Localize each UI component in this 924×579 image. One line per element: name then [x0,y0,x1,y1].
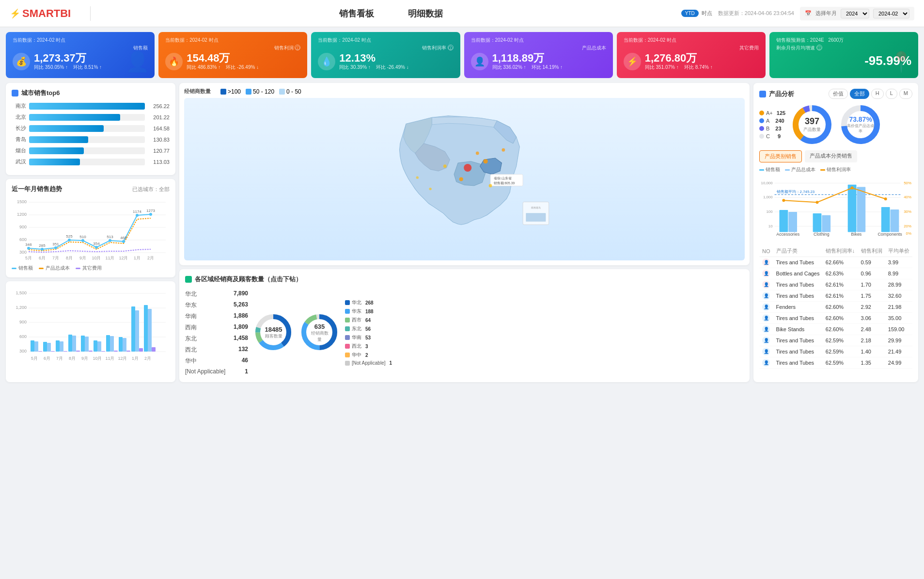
region-list-item: 华东 5,263 [185,300,248,311]
bar-value: 120.77 [148,148,170,154]
svg-text:10月: 10月 [93,356,102,361]
svg-point-22 [109,239,111,242]
svg-text:900: 900 [19,320,27,324]
city-bar-row: 北京 201.22 [12,113,170,121]
table-row: 👤 Tires and Tubes 62.61% 1.75 32.60 [759,290,912,302]
region-list-item: [Not Applicable] 1 [185,367,248,376]
right-region-color [345,335,350,340]
pa-tab-h[interactable]: H [871,89,884,99]
svg-text:Clothing: Clothing [814,232,830,237]
year-select[interactable]: 2024 [841,9,869,18]
category-chart-legend: 销售额 产品总成本 销售利润率 [759,166,912,173]
region-value: 7,890 [234,290,248,298]
bar-fill [29,103,145,110]
svg-text:5月: 5月 [31,356,38,361]
svg-rect-54 [47,343,51,352]
svg-rect-58 [63,351,67,352]
right-region-name: 华北 [352,299,361,306]
legend-sales: 销售额 [12,265,33,272]
product-table-container: NO 产品子类 销售利润率↓ 销售利润 平均单价 👤 Tires and Tub… [759,245,912,376]
svg-point-100 [429,188,431,190]
bar-fill [29,136,88,143]
pa-tab-value[interactable]: 价值 [829,89,848,99]
svg-rect-64 [89,351,93,352]
svg-text:10月: 10月 [92,256,101,260]
table-cell-price: 28.99 [885,279,912,290]
bar-value: 256.22 [148,103,170,109]
table-cell-rate: 62.60% [823,313,858,324]
bar-value: 113.03 [148,159,170,165]
table-cell-price: 35.00 [885,313,912,324]
tab-detail-data[interactable]: 明细数据 [398,6,453,21]
kpi-section: 当前数据：2024-02 时点 销售额 💰 1,273.37万 同比 350.0… [0,27,924,83]
pa-tab-all[interactable]: 全部 [850,89,869,99]
right-region-color [345,326,350,331]
table-cell-no: 👤 [759,290,773,302]
map-container[interactable]: 省份:山东省 销售额:605.39 南海诸岛 [184,98,745,260]
bar-track [29,103,145,110]
tab-sales-board[interactable]: 销售看板 [329,6,384,21]
table-cell-name: Tires and Tubes [773,257,823,268]
pa-tab-l[interactable]: L [886,89,897,99]
region-value: 1,458 [234,335,248,343]
kpi-cost-label: 当前数据：2024-02 时点 [471,37,606,44]
profit-info-icon[interactable]: ⓘ [295,45,300,50]
table-cell-name: Bottles and Cages [773,268,823,279]
rate-info-icon[interactable]: ⓘ [448,45,454,50]
legend-rate-color [820,169,825,171]
map-card: 经销商数量 >100 50 - 120 0 - 50 [179,83,750,265]
map-legend-items: >100 50 - 120 0 - 50 [220,88,301,95]
col-rate: 销售利润率↓ [823,245,858,257]
month-select[interactable]: 2024-02 [873,9,909,18]
table-row: 👤 Bike Stands 62.60% 2.48 159.00 [759,324,912,335]
kpi-cost-icon: 👤 [471,53,488,70]
svg-point-97 [502,148,505,152]
kpi-profit-icon: 🔥 [165,53,183,70]
forecast-info-icon[interactable]: ⓘ [816,45,822,50]
table-cell-rate: 62.61% [823,290,858,302]
legend-b: B23 [759,126,785,131]
rank-icon: 👤 [762,303,770,311]
table-row: 👤 Tires and Tubes 62.66% 0.59 3.99 [759,257,912,268]
svg-text:7月: 7月 [52,256,59,260]
rank-icon: 👤 [762,359,770,367]
region-value: 132 [238,346,248,354]
category-svg: 10,000 1,000 100 10 50% 40% 30% 20% 0% [759,177,912,240]
legend-cost-dot [39,268,44,269]
svg-point-144 [816,201,819,204]
svg-point-26 [136,214,139,217]
region-content: 华北 7,890 华东 5,263 华南 1,886 西南 1,809 东北 1… [185,289,744,376]
svg-rect-139 [848,185,857,232]
region-name: 西北 [185,346,197,354]
svg-point-146 [884,197,887,200]
pa-tab-m[interactable]: M [899,89,912,99]
svg-text:销售额:605.39: 销售额:605.39 [493,181,515,185]
svg-text:513: 513 [107,235,113,239]
region-list-item: 华北 7,890 [185,289,248,300]
table-cell-rate: 62.60% [823,302,858,313]
right-panel: 产品分析 价值 全部 H L M A+125 [753,83,918,382]
bar-fill [29,125,104,132]
city-name: 南京 [12,102,26,110]
table-cell-profit: 2.18 [858,335,885,346]
svg-rect-55 [51,351,55,352]
city-bars: 南京 256.22 北京 201.22 长沙 164.58 青岛 130.83 … [12,102,170,165]
right-region-color [345,318,350,322]
kpi-rate-label: 当前数据：2024-02 时点 [318,37,453,44]
kpi-sales-compare: 同比 350.05% ↑ 环比 8.51% ↑ [34,64,102,71]
region-name: 华南 [185,312,197,321]
tab-cost-category[interactable]: 产品成本分类销售 [805,150,857,162]
header: ⚡ SMARTBI 销售看板 明细数据 YTD 时点 数据更新：2024-04-… [0,0,924,27]
region-value: 1,886 [234,312,248,321]
svg-text:1,500: 1,500 [16,290,27,295]
table-cell-rate: 62.61% [823,279,858,290]
kpi-profit-label: 当前数据：2024-02 时点 [165,37,300,44]
tab-category-sales[interactable]: 产品类别销售 [759,150,802,162]
table-cell-no: 👤 [759,346,773,357]
rank-icon: 👤 [762,258,770,266]
ytd-btn[interactable]: YTD [681,10,699,17]
table-cell-no: 👤 [759,268,773,279]
svg-rect-77 [144,305,148,352]
trend-card: 近一年月销售趋势 已选城市：全部 1500 1200 900 600 300 [6,179,175,277]
table-cell-price: 32.60 [885,290,912,302]
